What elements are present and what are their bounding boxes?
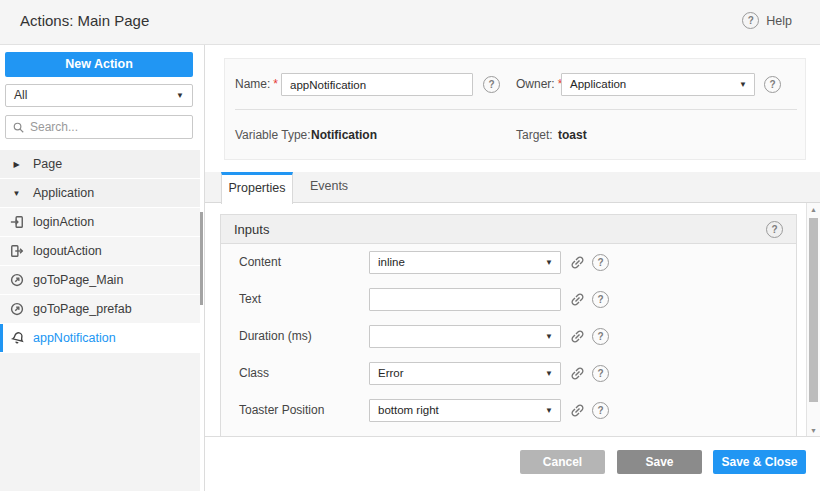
toaster-position-select[interactable]: bottom right ▼ bbox=[369, 399, 561, 422]
inputs-panel-header: Inputs ? bbox=[221, 215, 796, 244]
class-help-icon[interactable]: ? bbox=[592, 365, 609, 382]
name-help-icon[interactable]: ? bbox=[483, 76, 500, 93]
navigate-icon bbox=[10, 302, 24, 316]
input-row-class: Class Error ▼ ? bbox=[221, 362, 797, 385]
search-input[interactable] bbox=[30, 120, 185, 134]
tree-item-gotopage-prefab[interactable]: goToPage_prefab bbox=[0, 295, 200, 323]
sidebar-empty-area bbox=[0, 353, 200, 491]
cancel-button[interactable]: Cancel bbox=[520, 450, 605, 474]
tree-group-label: Page bbox=[33, 157, 62, 171]
class-bind-icon[interactable] bbox=[569, 365, 586, 382]
search-icon bbox=[13, 121, 24, 134]
content-select[interactable]: inline ▼ bbox=[369, 251, 561, 274]
form-divider bbox=[235, 109, 797, 110]
owner-help-icon[interactable]: ? bbox=[764, 76, 781, 93]
inputs-title: Inputs bbox=[234, 215, 269, 244]
content-bind-icon[interactable] bbox=[569, 254, 586, 271]
tree-group-label: Application bbox=[33, 186, 94, 200]
action-filter-value: All bbox=[14, 88, 27, 102]
tree-item-label: loginAction bbox=[33, 215, 94, 229]
chevron-down-icon: ▼ bbox=[739, 74, 747, 95]
owner-value: Application bbox=[562, 74, 754, 95]
duration-select[interactable]: ▼ bbox=[369, 325, 561, 348]
input-row-toaster-position: Toaster Position bottom right ▼ ? bbox=[221, 399, 797, 422]
link-icon bbox=[565, 324, 589, 348]
tree-group-page[interactable]: ▶ Page bbox=[0, 150, 200, 178]
class-value: Error bbox=[370, 363, 560, 384]
class-select[interactable]: Error ▼ bbox=[369, 362, 561, 385]
input-row-content: Content inline ▼ ? bbox=[221, 251, 797, 274]
help-label: Help bbox=[766, 14, 792, 28]
inputs-help-icon[interactable]: ? bbox=[766, 221, 783, 238]
class-label: Class bbox=[239, 362, 269, 385]
target-value: toast bbox=[558, 127, 587, 143]
action-summary-form: Name:* ? Owner:* Application ▼ ? Variabl… bbox=[224, 58, 806, 160]
login-icon bbox=[10, 215, 24, 229]
tree-group-application[interactable]: ▼ Application bbox=[0, 179, 200, 207]
variable-type-value: Notification bbox=[311, 127, 377, 143]
navigate-icon bbox=[10, 273, 24, 287]
tree-item-loginaction[interactable]: loginAction bbox=[0, 208, 200, 236]
actions-dialog: Actions: Main Page ? Help New Action All… bbox=[0, 0, 820, 491]
text-label: Text bbox=[239, 288, 261, 311]
tree-item-label: goToPage_prefab bbox=[33, 302, 132, 316]
input-row-duration: Duration (ms) ▼ ? bbox=[221, 325, 797, 348]
link-icon bbox=[565, 361, 589, 385]
text-bind-icon[interactable] bbox=[569, 291, 586, 308]
target-label: Target: bbox=[516, 127, 553, 143]
dialog-header: Actions: Main Page ? Help bbox=[0, 0, 820, 45]
toaster-position-value: bottom right bbox=[370, 400, 560, 421]
new-action-button[interactable]: New Action bbox=[5, 52, 193, 77]
scroll-down-icon[interactable]: ▼ bbox=[807, 427, 820, 434]
chevron-down-icon: ▼ bbox=[13, 189, 21, 198]
chevron-down-icon: ▼ bbox=[545, 252, 553, 273]
link-icon bbox=[565, 250, 589, 274]
content-value: inline bbox=[370, 252, 560, 273]
tab-properties[interactable]: Properties bbox=[221, 172, 293, 204]
input-row-text: Text ? bbox=[221, 288, 797, 311]
toaster-position-help-icon[interactable]: ? bbox=[592, 402, 609, 419]
sidebar-scrollbar[interactable] bbox=[200, 212, 203, 305]
inputs-panel: Inputs ? Content inline ▼ ? Text ? bbox=[220, 214, 797, 437]
name-label: Name:* bbox=[235, 73, 278, 96]
chevron-down-icon: ▼ bbox=[545, 363, 553, 384]
owner-label: Owner:* bbox=[516, 73, 562, 96]
action-search-box[interactable] bbox=[5, 115, 193, 139]
owner-select[interactable]: Application ▼ bbox=[561, 73, 755, 96]
duration-bind-icon[interactable] bbox=[569, 328, 586, 345]
properties-scrollbar[interactable]: ▲ ▼ bbox=[806, 203, 820, 437]
action-filter-select[interactable]: All ▼ bbox=[5, 84, 193, 107]
text-help-icon[interactable]: ? bbox=[592, 291, 609, 308]
chevron-down-icon: ▼ bbox=[176, 85, 184, 106]
chevron-down-icon: ▼ bbox=[545, 326, 553, 347]
tree-item-logoutaction[interactable]: logoutAction bbox=[0, 237, 200, 265]
chevron-right-icon: ▶ bbox=[13, 160, 19, 169]
tree-item-label: logoutAction bbox=[33, 244, 102, 258]
text-field[interactable] bbox=[369, 288, 561, 311]
save-button[interactable]: Save bbox=[617, 450, 702, 474]
help-button[interactable]: ? Help bbox=[742, 12, 792, 29]
page-title: Actions: Main Page bbox=[20, 12, 149, 29]
duration-help-icon[interactable]: ? bbox=[592, 328, 609, 345]
link-icon bbox=[565, 398, 589, 422]
duration-label: Duration (ms) bbox=[239, 325, 312, 348]
notification-icon bbox=[10, 330, 27, 347]
scrollbar-thumb[interactable] bbox=[809, 218, 818, 402]
name-field[interactable] bbox=[281, 73, 473, 96]
variable-type-label: Variable Type: bbox=[235, 127, 311, 143]
tree-item-gotopage-main[interactable]: goToPage_Main bbox=[0, 266, 200, 294]
toaster-position-label: Toaster Position bbox=[239, 399, 324, 422]
help-icon: ? bbox=[742, 12, 759, 29]
tab-events[interactable]: Events bbox=[293, 172, 365, 203]
tree-item-label: goToPage_Main bbox=[33, 273, 123, 287]
tree-item-appnotification[interactable]: appNotification bbox=[0, 324, 200, 352]
link-icon bbox=[565, 287, 589, 311]
scroll-up-icon[interactable]: ▲ bbox=[807, 206, 820, 213]
required-marker: * bbox=[273, 77, 278, 91]
actions-tree: ▶ Page ▼ Application loginAction bbox=[0, 150, 200, 353]
tree-item-label: appNotification bbox=[33, 331, 116, 345]
toaster-position-bind-icon[interactable] bbox=[569, 402, 586, 419]
content-help-icon[interactable]: ? bbox=[592, 254, 609, 271]
save-and-close-button[interactable]: Save & Close bbox=[713, 450, 806, 474]
actions-sidebar: New Action All ▼ ▶ Page ▼ Application bbox=[0, 45, 205, 491]
